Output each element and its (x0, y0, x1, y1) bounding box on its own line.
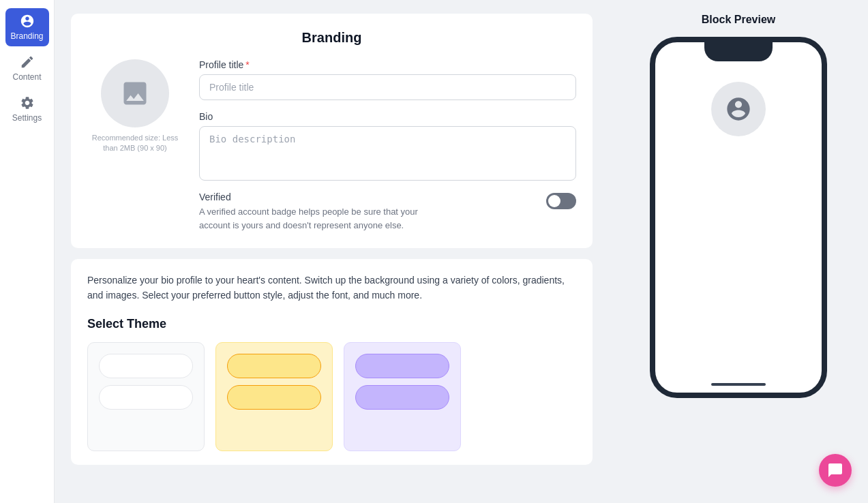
phone-bottom-bar (711, 383, 766, 386)
sidebar-item-branding[interactable]: Branding (5, 8, 49, 46)
sidebar-item-content-label: Content (12, 72, 41, 82)
content-icon (20, 55, 35, 70)
theme-purple-btn-2 (355, 385, 449, 410)
theme-yellow-btn-1 (227, 354, 321, 378)
verified-row: Verified A verified account badge helps … (199, 192, 576, 232)
bio-textarea[interactable] (199, 126, 576, 181)
theme-white[interactable] (87, 342, 205, 451)
settings-icon (20, 95, 35, 110)
form-section: Recommended size: Less than 2MB (90 x 90… (87, 59, 576, 232)
card-title: Branding (87, 30, 576, 46)
info-text: Personalize your bio profile to your hea… (87, 273, 576, 303)
branding-card: Branding Recommended size: Less than 2MB… (71, 14, 593, 248)
profile-title-label: Profile title * (199, 59, 576, 70)
main-content: Branding Recommended size: Less than 2MB… (55, 0, 609, 503)
chat-bubble[interactable] (819, 454, 852, 487)
theme-white-btn-2 (99, 385, 193, 410)
theme-yellow[interactable] (215, 342, 333, 451)
verified-label: Verified (199, 192, 431, 202)
sidebar: Branding Content Settings (0, 0, 55, 503)
phone-frame (650, 37, 827, 398)
select-theme-title: Select Theme (87, 317, 576, 331)
theme-yellow-btn-2 (227, 385, 321, 410)
bio-group: Bio (199, 111, 576, 181)
chat-icon (827, 462, 843, 478)
avatar-section: Recommended size: Less than 2MB (90 x 90… (87, 59, 183, 154)
themes-row (87, 342, 576, 451)
sidebar-item-settings[interactable]: Settings (5, 90, 49, 128)
right-panel: Block Preview (609, 0, 868, 503)
required-star: * (245, 59, 249, 70)
sidebar-item-content[interactable]: Content (5, 49, 49, 87)
verified-info: Verified A verified account badge helps … (199, 192, 431, 232)
theme-purple[interactable] (344, 342, 461, 451)
avatar-hint: Recommended size: Less than 2MB (90 x 90… (87, 133, 183, 154)
theme-purple-btn-1 (355, 354, 449, 378)
branding-icon (20, 14, 35, 29)
verified-description: A verified account badge helps people be… (199, 205, 431, 232)
profile-title-input[interactable] (199, 74, 576, 100)
phone-notch (704, 42, 773, 61)
phone-user-icon (725, 95, 752, 123)
preview-title: Block Preview (702, 14, 776, 26)
verified-group: Verified A verified account badge helps … (199, 192, 576, 232)
sidebar-item-settings-label: Settings (12, 113, 42, 123)
image-icon (120, 78, 150, 108)
phone-avatar (711, 82, 766, 136)
sidebar-item-branding-label: Branding (10, 31, 43, 41)
verified-toggle[interactable] (546, 193, 576, 209)
theme-card: Personalize your bio profile to your hea… (71, 259, 593, 465)
avatar-upload[interactable] (101, 59, 169, 127)
profile-title-group: Profile title * (199, 59, 576, 100)
theme-white-btn-1 (99, 354, 193, 378)
form-fields: Profile title * Bio Verified A verifi (199, 59, 576, 232)
bio-label: Bio (199, 111, 576, 122)
